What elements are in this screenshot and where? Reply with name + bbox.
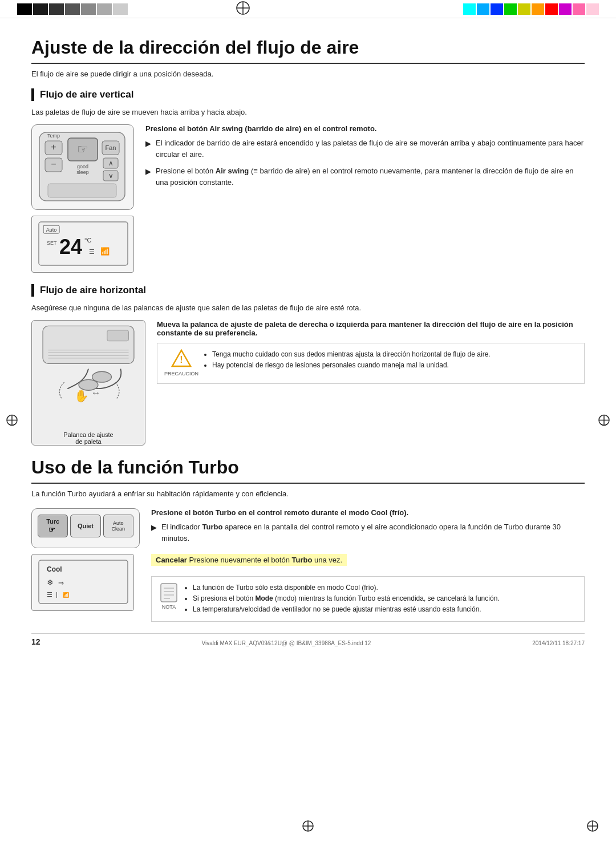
cancel-detail: Presione nuevamente el botón	[189, 556, 292, 564]
svg-text:°C: °C	[84, 237, 91, 244]
turbo-buttons-diagram: Turc ☞ Quiet Auto Clean	[31, 508, 140, 548]
turbo-display-panel: Cool ❄ ⇒ ☰ | 📶	[31, 554, 134, 611]
svg-rect-54	[161, 584, 177, 602]
svg-text:📶: 📶	[100, 246, 110, 256]
subsection1-content: + − ☞ Fan Temp ∧ ∨	[31, 124, 585, 273]
registration-mark-top-center	[236, 1, 250, 17]
turbo-left-col: Turc ☞ Quiet Auto Clean	[31, 508, 140, 622]
ac-svg: ✋ ↔	[34, 321, 143, 428]
note-box: NOTA La función de Turbo sólo está dispo…	[151, 576, 585, 622]
bullet-item-2: ▶ Presione el botón Air swing (≡ barrido…	[145, 165, 585, 188]
note-icon-col: NOTA	[159, 582, 179, 616]
cancel-label: Cancelar	[156, 556, 187, 564]
svg-text:Fan: Fan	[106, 144, 116, 151]
turbo-right-col: Presione el botón Turbo en el control re…	[151, 508, 585, 622]
note-item-2: Si presiona el botón Mode (modo) mientra…	[193, 593, 500, 604]
page-title: Ajuste de la dirección del flujo de aire	[31, 37, 585, 64]
registration-mark-left	[6, 414, 18, 428]
display-svg: Auto SET 24 °C ☰ 📶	[38, 221, 129, 266]
svg-text:24: 24	[59, 235, 82, 258]
section1-intro: El flujo de aire se puede dirigir a una …	[31, 70, 585, 78]
warning-label: PRECAUCIÓN	[164, 370, 198, 378]
turbo-button[interactable]: Turc ☞	[38, 515, 68, 537]
note-content: La función de Turbo sólo está disponible…	[185, 582, 500, 616]
remote-diagrams: + − ☞ Fan Temp ∧ ∨	[31, 124, 134, 273]
turbo-hand-icon: ☞	[47, 525, 59, 534]
auto-clean-button[interactable]: Auto Clean	[103, 515, 133, 537]
svg-text:☰: ☰	[89, 248, 95, 255]
turbo-buttons-row: Turc ☞ Quiet Auto Clean	[38, 515, 133, 537]
turbo-bullets: ▶ El indicador Turbo aparece en la panta…	[151, 521, 585, 544]
svg-text:+: +	[51, 142, 56, 152]
remote-svg: + − ☞ Fan Temp ∧ ∨	[37, 129, 128, 204]
svg-text:↔: ↔	[91, 387, 101, 398]
svg-rect-39	[107, 330, 129, 341]
turbo-intro: La función Turbo ayudará a enfriar su ha…	[31, 489, 585, 498]
note-label: NOTA	[162, 603, 176, 611]
subsection2-instruction-bold: Mueva la palanca de ajuste de paleta de …	[157, 320, 585, 337]
svg-text:∨: ∨	[108, 172, 114, 180]
svg-text:⇒: ⇒	[58, 579, 64, 587]
page-footer: 12 Vivaldi MAX EUR_AQV09&12U@ @ IB&IM_33…	[31, 633, 585, 646]
subsection1-bullets: ▶ El indicador de barrido de aire estará…	[145, 137, 585, 188]
svg-text:−: −	[51, 159, 56, 169]
bullet-arrow-1: ▶	[145, 138, 151, 160]
warning-box: ! PRECAUCIÓN Tenga mucho cuidado con sus…	[157, 343, 585, 384]
auto-clean-label-line1: Auto	[113, 520, 124, 526]
ac-unit-col: ✋ ↔ Palanca de ajuste de paleta	[31, 320, 145, 446]
turbo-bullet-1: ▶ El indicador Turbo aparece en la panta…	[151, 521, 585, 544]
turbo-bullet-text: El indicador Turbo aparece en la pantall…	[161, 521, 585, 544]
subsection1-heading: Flujo de aire vertical	[31, 88, 585, 101]
note-item-3: La temperatura/velocidad de ventilador n…	[193, 604, 500, 615]
cancel-end: una vez.	[314, 556, 342, 564]
svg-text:sleep: sleep	[76, 169, 89, 175]
subsection2-heading: Flujo de aire horizontal	[31, 284, 585, 297]
bullet-arrow-2: ▶	[145, 166, 151, 188]
heading-bar-2	[31, 284, 34, 297]
palanca-label: Palanca de ajuste de paleta	[63, 431, 113, 445]
turbo-bullet-arrow: ▶	[151, 522, 157, 544]
warning-content: Tenga mucho cuidado con sus dedos mientr…	[204, 349, 491, 378]
note-icon	[159, 582, 179, 603]
remote-control-diagram: + − ☞ Fan Temp ∧ ∨	[31, 124, 134, 210]
printer-marks-black	[17, 3, 128, 15]
quiet-button[interactable]: Quiet	[70, 515, 100, 537]
note-item-1: La función de Turbo sólo está disponible…	[193, 582, 500, 593]
footer-left-text: Vivaldi MAX EUR_AQV09&12U@ @ IB&IM_33988…	[201, 640, 371, 646]
turbo-content: Turc ☞ Quiet Auto Clean	[31, 508, 585, 622]
svg-text:📶: 📶	[63, 592, 70, 598]
page-number: 12	[31, 637, 40, 646]
heading-bar	[31, 88, 34, 101]
warning-item-1: Tenga mucho cuidado con sus dedos mientr…	[212, 349, 491, 360]
warning-icon-col: ! PRECAUCIÓN	[164, 349, 198, 378]
svg-text:❄: ❄	[47, 578, 54, 587]
warning-item-2: Hay potencial de riesgo de lesiones pers…	[212, 360, 491, 371]
svg-text:☰: ☰	[47, 591, 52, 598]
cancel-row: Cancelar Presione nuevamente el botón Tu…	[151, 549, 585, 570]
subsection2-body: Asegúrese que ninguna de las palancas de…	[31, 303, 585, 312]
bullet-text-2: Presione el botón Air swing (≡ barrido d…	[156, 165, 585, 188]
printer-marks-color	[463, 3, 599, 15]
svg-text:Cool: Cool	[47, 565, 62, 573]
svg-text:☞: ☞	[77, 142, 88, 156]
subsection2-right-col: Mueva la palanca de ajuste de paleta de …	[157, 320, 585, 446]
svg-text:SET: SET	[47, 240, 57, 246]
display-panel-diagram: Auto SET 24 °C ☰ 📶	[31, 216, 134, 273]
turbo-section-title: Uso de la función Turbo	[31, 457, 585, 484]
turbo-instruction-bold: Presione el botón Turbo en el control re…	[151, 508, 585, 517]
bullet-text-1: El indicador de barrido de aire estará e…	[156, 137, 585, 160]
svg-text:|: |	[56, 591, 58, 598]
subsection2-content: ✋ ↔ Palanca de ajuste de paleta Mueva la…	[31, 320, 585, 446]
svg-text:good: good	[77, 164, 88, 169]
svg-text:Temp: Temp	[47, 133, 60, 139]
auto-clean-label-line2: Clean	[112, 526, 125, 532]
quiet-btn-label: Quiet	[78, 523, 94, 529]
registration-mark-bottom-center	[302, 820, 314, 834]
svg-text:✋: ✋	[74, 388, 89, 403]
svg-text:Auto: Auto	[46, 227, 57, 233]
bullet-item-1: ▶ El indicador de barrido de aire estará…	[145, 137, 585, 160]
svg-text:☞: ☞	[48, 525, 55, 534]
cancel-bold: Turbo	[292, 556, 313, 564]
registration-mark-bottom-right	[586, 820, 599, 834]
footer-right-text: 2014/12/11 18:27:17	[532, 640, 585, 646]
